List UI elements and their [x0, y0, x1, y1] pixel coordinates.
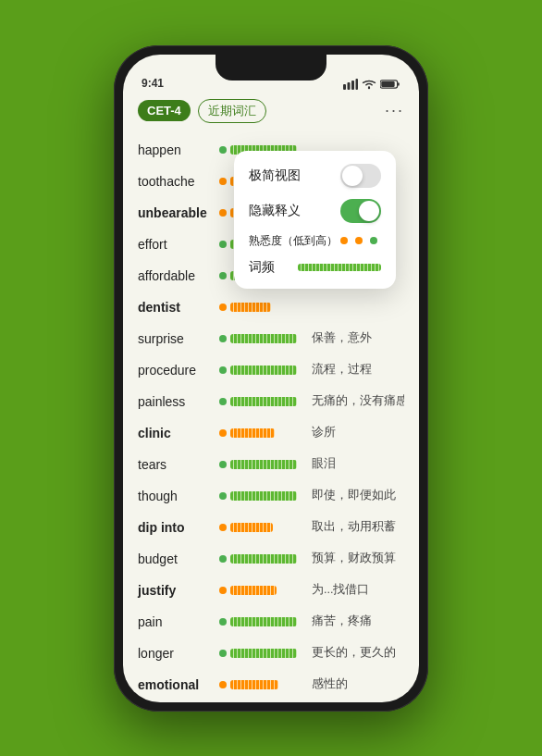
- bar-area: [230, 679, 304, 690]
- translation: 诊所: [312, 425, 404, 440]
- word-text: pain: [138, 614, 219, 629]
- dot: [219, 681, 227, 688]
- bar-area: [230, 553, 304, 564]
- dot: [219, 587, 227, 594]
- signal-icon: [343, 79, 358, 90]
- word-text: dentist: [138, 300, 219, 315]
- familiarity-label: 熟悉度（低到高）: [249, 234, 338, 248]
- bar-area: [230, 396, 304, 407]
- bar-stripes: [230, 428, 275, 438]
- hide-meaning-row: 隐藏释义: [249, 199, 381, 223]
- battery-icon: [380, 79, 400, 90]
- familiarity-dots: [340, 237, 381, 244]
- dot: [219, 335, 227, 342]
- notch: [216, 55, 326, 81]
- bar-area: [230, 648, 304, 659]
- svg-point-4: [368, 86, 370, 88]
- toggle-knob: [342, 166, 363, 186]
- hide-meaning-toggle[interactable]: [340, 199, 381, 223]
- dot: [219, 366, 227, 374]
- more-button[interactable]: ···: [385, 101, 404, 120]
- word-row[interactable]: dip into 取出，动用积蓄: [138, 512, 404, 543]
- translation: 无痛的，没有痛感: [312, 393, 404, 409]
- bar-area: [230, 522, 304, 533]
- cet-tag[interactable]: CET-4: [138, 100, 191, 121]
- app-header: CET-4 近期词汇 ···: [138, 95, 404, 123]
- hide-meaning-label: 隐藏释义: [249, 203, 301, 219]
- word-row[interactable]: procedure 流程，过程: [138, 354, 404, 386]
- translation: 眼泪: [312, 456, 404, 472]
- bar-stripes: [230, 397, 297, 406]
- bar-area: [230, 490, 304, 502]
- word-row[interactable]: though 即使，即便如此: [138, 480, 404, 512]
- word-text: clinic: [138, 426, 219, 440]
- dot: [219, 241, 227, 248]
- translation: 保善，意外: [312, 330, 404, 346]
- frequency-label: 词频: [249, 259, 275, 276]
- word-text: surprise: [138, 331, 219, 346]
- bar-stripes: [230, 554, 297, 564]
- toggle-knob-2: [359, 201, 379, 221]
- translation: 即使，即便如此: [312, 488, 404, 503]
- word-text: painless: [138, 394, 219, 409]
- bar-area: [230, 459, 304, 470]
- word-text: longer: [138, 646, 219, 661]
- word-text: effort: [138, 237, 219, 252]
- translation: 更长的，更久的: [312, 645, 404, 661]
- word-row[interactable]: tears 眼泪: [138, 449, 404, 480]
- word-row[interactable]: painless 无痛的，没有痛感: [138, 386, 404, 417]
- fam-dot-3: [370, 237, 377, 244]
- word-row[interactable]: clinic 诊所: [138, 417, 404, 449]
- word-text: tears: [138, 457, 219, 472]
- app-content: CET-4 近期词汇 ··· 极简视图 隐藏释义: [123, 95, 419, 702]
- bar-stripes: [230, 491, 297, 501]
- dot: [219, 178, 227, 185]
- bar-stripes: [230, 366, 297, 375]
- dot: [219, 461, 227, 468]
- dot: [219, 555, 227, 563]
- word-text: happen: [138, 143, 219, 157]
- dot: [219, 272, 227, 279]
- word-row[interactable]: surprise 保善，意外: [138, 323, 404, 354]
- recent-tag[interactable]: 近期词汇: [198, 99, 266, 123]
- word-row[interactable]: pain 痛苦，疼痛: [138, 606, 404, 638]
- word-row[interactable]: justify 为...找借口: [138, 575, 404, 606]
- bar-stripes: [230, 460, 297, 469]
- settings-popup: 极简视图 隐藏释义 熟悉度（低到高）: [234, 151, 396, 289]
- word-row[interactable]: experience 经验: [138, 700, 404, 702]
- bar-stripes: [230, 334, 297, 343]
- word-row[interactable]: budget 预算，财政预算: [138, 543, 404, 575]
- bar-stripes: [230, 523, 273, 532]
- dot: [219, 304, 227, 311]
- dot: [219, 398, 227, 405]
- frequency-bar: [298, 264, 381, 271]
- word-row[interactable]: dentist: [138, 291, 404, 323]
- bar-stripes: [230, 680, 278, 689]
- dot: [219, 492, 227, 500]
- bar-stripes: [230, 303, 271, 312]
- fam-dot-2: [355, 237, 363, 244]
- word-row[interactable]: emotional 感性的: [138, 669, 404, 700]
- word-text: affordable: [138, 268, 219, 283]
- bar-area: [230, 585, 304, 596]
- phone-screen: 9:41: [123, 55, 419, 702]
- dot: [219, 429, 227, 437]
- frequency-row: 词频: [249, 259, 381, 276]
- word-text: toothache: [138, 174, 219, 189]
- familiarity-row: 熟悉度（低到高）: [249, 234, 381, 248]
- translation: 预算，财政预算: [312, 551, 404, 566]
- bar-area: [230, 302, 304, 313]
- svg-rect-6: [398, 82, 400, 85]
- word-text: budget: [138, 552, 219, 566]
- minimal-view-label: 极简视图: [249, 167, 301, 184]
- dot: [219, 618, 227, 626]
- word-row[interactable]: longer 更长的，更久的: [138, 638, 404, 669]
- word-text: procedure: [138, 363, 219, 378]
- word-text: emotional: [138, 677, 219, 692]
- minimal-view-toggle[interactable]: [340, 164, 381, 188]
- bar-stripes: [230, 586, 277, 595]
- translation: 痛苦，疼痛: [312, 613, 404, 629]
- word-text: though: [138, 489, 219, 503]
- svg-rect-3: [356, 79, 359, 90]
- status-icons: [343, 79, 400, 90]
